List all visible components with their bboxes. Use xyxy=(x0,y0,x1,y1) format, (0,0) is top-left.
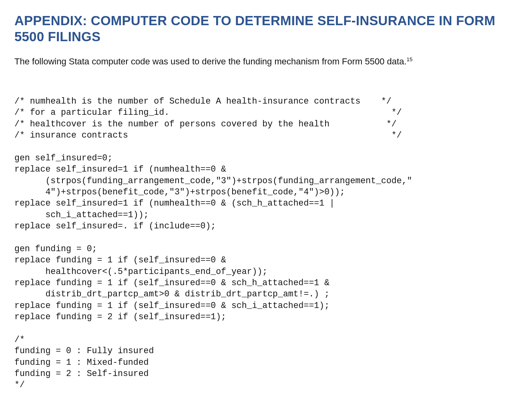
intro-paragraph: The following Stata computer code was us… xyxy=(14,56,496,68)
footnote-marker: 15 xyxy=(407,56,413,62)
appendix-heading: APPENDIX: COMPUTER CODE TO DETERMINE SEL… xyxy=(14,13,496,44)
code-block: /* numhealth is the number of Schedule A… xyxy=(14,96,496,391)
intro-text: The following Stata computer code was us… xyxy=(14,56,407,66)
